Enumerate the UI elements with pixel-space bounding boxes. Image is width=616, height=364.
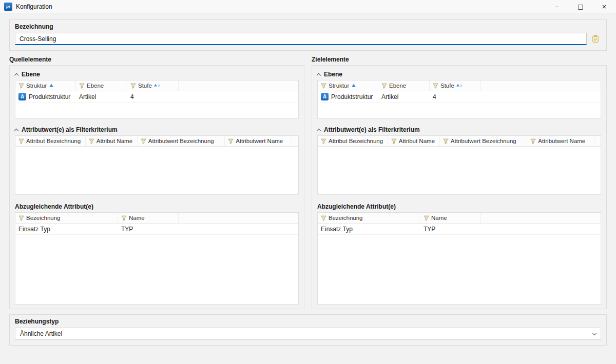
filter-icon[interactable] bbox=[321, 138, 326, 144]
ebene-section-header[interactable]: Ebene bbox=[15, 70, 299, 79]
attribute-table: Bezeichnung Name Einsatz Typ T bbox=[15, 212, 299, 305]
cell-text: TYP bbox=[424, 226, 435, 233]
collapse-icon bbox=[317, 128, 321, 132]
struktur-cell: A Produktstruktur bbox=[15, 91, 76, 102]
bezeichnung-group: Bezeichnung bbox=[9, 19, 607, 51]
column-header-attribut-name[interactable]: Attribut Name bbox=[388, 136, 440, 146]
filter-icon[interactable] bbox=[121, 215, 127, 221]
column-header-bezeichnung[interactable]: Bezeichnung bbox=[15, 213, 118, 223]
filter-icon[interactable] bbox=[141, 138, 146, 144]
ebene-cell: Artikel bbox=[378, 91, 430, 102]
filter-icon[interactable] bbox=[18, 83, 24, 89]
filter-icon[interactable] bbox=[79, 83, 85, 89]
bezeichnung-cell: Einsatz Typ bbox=[318, 224, 420, 234]
filter-icon[interactable] bbox=[130, 83, 136, 89]
column-header-attributwert-bezeichnung[interactable]: Attributwert Bezeichnung bbox=[138, 136, 225, 146]
column-label: Attribut Name bbox=[97, 138, 132, 144]
produktstruktur-icon: A bbox=[321, 93, 329, 100]
bezeichnung-label: Bezeichnung bbox=[15, 23, 601, 30]
filter-icon[interactable] bbox=[391, 138, 397, 144]
column-header-attributwert-name[interactable]: Attributwert Name bbox=[527, 136, 594, 146]
filter-icon[interactable] bbox=[530, 138, 536, 144]
filter-section-header[interactable]: Attributwert(e) als Filterkriterium bbox=[15, 125, 299, 134]
column-header-struktur[interactable]: Struktur bbox=[15, 80, 76, 91]
table-header-row: Struktur Ebene Stufe bbox=[318, 80, 601, 91]
table-row[interactable]: A Produktstruktur Artikel 4 bbox=[15, 91, 298, 103]
filter-table: Attribut Bezeichnung Attribut Name Attri… bbox=[317, 135, 601, 195]
table-empty-area bbox=[15, 147, 298, 194]
column-label: Ebene bbox=[87, 83, 104, 89]
column-header-filler bbox=[481, 213, 601, 223]
struktur-cell: A Produktstruktur bbox=[318, 91, 378, 102]
filter-icon[interactable] bbox=[433, 83, 438, 89]
cell-text: TYP bbox=[121, 226, 133, 233]
section-title: Attributwert(e) als Filterkriterium bbox=[22, 126, 118, 133]
column-header-attribut-name[interactable]: Attribut Name bbox=[86, 136, 138, 146]
column-header-attribut-bezeichnung[interactable]: Attribut Bezeichnung bbox=[318, 136, 388, 146]
filter-icon[interactable] bbox=[89, 138, 94, 144]
ebene-table: Struktur Ebene Stufe bbox=[15, 80, 299, 119]
table-row[interactable]: A Produktstruktur Artikel 4 bbox=[318, 91, 601, 103]
minimize-button[interactable]: – bbox=[545, 0, 569, 13]
paste-button[interactable] bbox=[590, 33, 601, 45]
panel-title: Zielelemente bbox=[312, 56, 607, 63]
collapse-icon bbox=[317, 73, 321, 77]
sort-order-2-icon bbox=[154, 83, 161, 88]
table-header-row: Attribut Bezeichnung Attribut Name Attri… bbox=[318, 136, 601, 147]
column-header-filler bbox=[292, 136, 298, 146]
table-row[interactable]: Einsatz Typ TYP bbox=[15, 224, 298, 235]
filter-icon[interactable] bbox=[443, 138, 449, 144]
close-button[interactable]: × bbox=[592, 0, 616, 13]
panel-box: Ebene Struktur Ebene bbox=[9, 65, 304, 309]
column-header-ebene[interactable]: Ebene bbox=[76, 80, 127, 91]
filter-icon[interactable] bbox=[381, 83, 387, 89]
produktstruktur-icon: A bbox=[18, 93, 26, 100]
panel-box: Ebene Struktur Ebene bbox=[312, 65, 607, 309]
ebene-section-header[interactable]: Ebene bbox=[317, 70, 601, 79]
attribute-section-label: Abzugleichende Attribut(e) bbox=[317, 202, 601, 211]
column-header-bezeichnung[interactable]: Bezeichnung bbox=[318, 213, 420, 223]
filter-icon[interactable] bbox=[18, 215, 24, 221]
filter-icon[interactable] bbox=[18, 138, 24, 144]
column-label: Bezeichnung bbox=[329, 215, 363, 221]
panel-title: Quellelemente bbox=[9, 56, 304, 63]
column-header-attributwert-name[interactable]: Attributwert Name bbox=[225, 136, 292, 146]
filter-icon[interactable] bbox=[321, 83, 326, 89]
maximize-button[interactable]: □ bbox=[569, 0, 592, 13]
column-label: Attributwert Bezeichnung bbox=[148, 138, 214, 144]
column-label: Name bbox=[129, 215, 145, 221]
column-header-ebene[interactable]: Ebene bbox=[378, 80, 430, 91]
filter-section-header[interactable]: Attributwert(e) als Filterkriterium bbox=[317, 125, 601, 134]
filter-icon[interactable] bbox=[424, 215, 429, 221]
section-title: Attributwert(e) als Filterkriterium bbox=[324, 126, 420, 133]
column-header-stufe[interactable]: Stufe bbox=[430, 80, 481, 91]
column-label: Attribut Bezeichnung bbox=[26, 138, 81, 144]
column-label: Ebene bbox=[389, 83, 406, 89]
filter-icon[interactable] bbox=[321, 215, 326, 221]
column-header-attributwert-bezeichnung[interactable]: Attributwert Bezeichnung bbox=[440, 136, 527, 146]
column-header-filler bbox=[481, 80, 601, 91]
table-header-row: Bezeichnung Name bbox=[15, 213, 298, 224]
beziehungstyp-select[interactable]: Ähnliche Artikel bbox=[15, 328, 601, 340]
zielelemente-panel: Zielelemente Ebene Struktur bbox=[312, 56, 607, 309]
column-header-attribut-bezeichnung[interactable]: Attribut Bezeichnung bbox=[15, 136, 86, 146]
column-header-name[interactable]: Name bbox=[118, 213, 179, 223]
column-header-stufe[interactable]: Stufe bbox=[127, 80, 179, 91]
table-empty-area bbox=[318, 103, 601, 118]
column-label: Attributwert Name bbox=[538, 138, 585, 144]
table-header-row: Struktur Ebene Stufe bbox=[15, 80, 298, 91]
bezeichnung-input[interactable] bbox=[15, 33, 587, 45]
app-icon: pr bbox=[4, 3, 12, 11]
table-row[interactable]: Einsatz Typ TYP bbox=[318, 224, 601, 235]
cell-text: Artikel bbox=[381, 93, 398, 100]
attribute-table: Bezeichnung Name Einsatz Typ T bbox=[317, 212, 601, 305]
column-header-struktur[interactable]: Struktur bbox=[318, 80, 378, 91]
name-cell: TYP bbox=[118, 224, 179, 234]
filter-icon[interactable] bbox=[228, 138, 234, 144]
window-title: Konfiguration bbox=[16, 3, 52, 10]
section-title: Ebene bbox=[22, 71, 40, 78]
column-label: Stufe bbox=[440, 83, 454, 89]
sort-ascending-icon bbox=[49, 83, 54, 88]
column-header-name[interactable]: Name bbox=[420, 213, 481, 223]
ebene-cell: Artikel bbox=[76, 91, 127, 102]
